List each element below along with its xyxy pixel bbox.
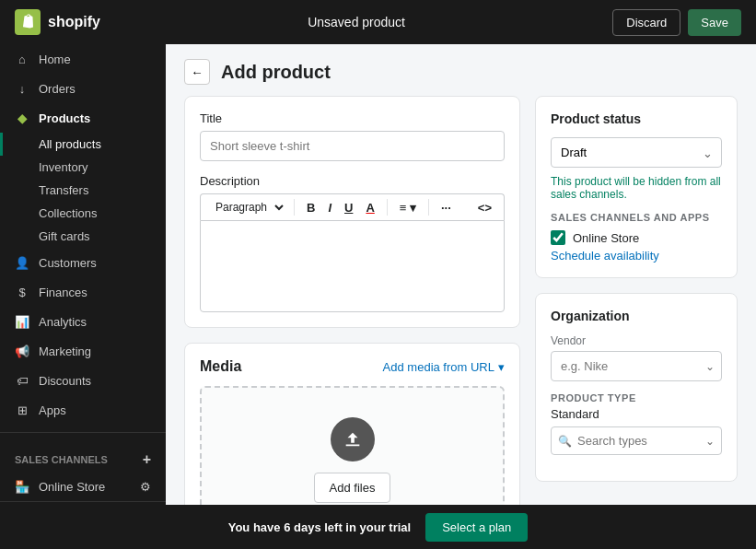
trial-message: You have 6 days left in your trial	[228, 520, 411, 534]
vendor-field: Vendor ⌄	[551, 334, 722, 381]
media-dropzone[interactable]: Add files or drop files to upload	[200, 386, 505, 505]
customers-icon: 👤	[15, 255, 29, 270]
source-code-button[interactable]: <>	[473, 199, 496, 216]
description-label: Description	[200, 174, 505, 188]
topbar-actions: Discard Save	[612, 9, 741, 36]
sidebar-subitem-collections[interactable]: Collections	[0, 202, 166, 225]
rte-toolbar: Paragraph B I U A ≡ ▾ ··· <>	[200, 193, 505, 220]
sales-channels-label: SALES CHANNELS AND APPS	[551, 212, 722, 223]
sidebar-item-analytics[interactable]: 📊 Analytics	[0, 307, 166, 336]
sidebar-label-analytics: Analytics	[39, 315, 87, 329]
italic-button[interactable]: I	[323, 199, 336, 216]
marketing-icon: 📢	[15, 344, 29, 358]
format-select[interactable]: Paragraph	[208, 198, 286, 216]
apps-icon: ⊞	[15, 403, 29, 417]
discounts-icon: 🏷	[15, 373, 29, 388]
sidebar-subitem-inventory[interactable]: Inventory	[0, 156, 166, 179]
toolbar-separator-2	[387, 199, 388, 216]
sidebar-subitem-gift-cards[interactable]: Gift cards	[0, 225, 166, 248]
sidebar-subitem-transfers[interactable]: Transfers	[0, 179, 166, 202]
sidebar-label-finances: Finances	[39, 286, 87, 299]
sidebar-item-discounts[interactable]: 🏷 Discounts	[0, 366, 166, 395]
media-card: Media Add media from URL ▾ Add files	[184, 343, 520, 505]
finances-icon: $	[15, 285, 29, 299]
sales-channels-section-label: SALES CHANNELS +	[0, 440, 166, 472]
title-input[interactable]	[200, 131, 505, 161]
sidebar-item-customers[interactable]: 👤 Customers	[0, 248, 166, 277]
back-arrow-icon: ←	[191, 65, 203, 79]
vendor-input-wrap: ⌄	[551, 351, 722, 381]
more-button[interactable]: ···	[436, 199, 456, 216]
sidebar-item-apps[interactable]: ⊞ Apps	[0, 395, 166, 425]
product-type-section-label: PRODUCT TYPE	[551, 392, 722, 403]
upload-icon	[331, 417, 375, 461]
sidebar-label-apps: Apps	[39, 403, 66, 417]
right-column: Product status Draft Active ⌄ This produ…	[535, 96, 738, 505]
page-header-title: Unsaved product	[308, 15, 405, 29]
product-type-field: PRODUCT TYPE Standard 🔍 ⌄	[551, 392, 722, 455]
add-files-button[interactable]: Add files	[314, 473, 391, 503]
sales-channels-section: SALES CHANNELS AND APPS Online Store Sch…	[551, 212, 722, 263]
home-icon: ⌂	[15, 52, 29, 66]
online-store-icon: 🏪	[15, 479, 29, 494]
sidebar-label-orders: Orders	[39, 82, 76, 96]
online-store-channel-name: Online Store	[573, 231, 639, 245]
sidebar-label-home: Home	[39, 53, 71, 66]
description-editor[interactable]	[200, 220, 505, 312]
shopify-logo-icon	[15, 9, 41, 35]
status-select-wrap: Draft Active ⌄	[551, 137, 722, 168]
underline-button[interactable]: U	[340, 199, 357, 216]
sidebar: ⌂ Home ↓ Orders ◆ Products All products …	[0, 44, 166, 505]
status-select[interactable]: Draft Active	[551, 137, 722, 168]
schedule-availability-link[interactable]: Schedule availability	[551, 249, 722, 263]
sidebar-item-finances[interactable]: $ Finances	[0, 277, 166, 307]
sidebar-item-marketing[interactable]: 📢 Marketing	[0, 336, 166, 366]
products-icon: ◆	[15, 111, 29, 125]
organization-card: Organization Vendor ⌄ PRODUCT TYPE Stand…	[535, 293, 738, 482]
sidebar-label-products: Products	[39, 111, 90, 125]
search-types-wrap: 🔍 ⌄	[551, 426, 722, 455]
sidebar-label-marketing: Marketing	[39, 345, 91, 358]
back-button[interactable]: ←	[184, 59, 210, 85]
select-plan-button[interactable]: Select a plan	[425, 513, 528, 542]
title-label: Title	[200, 111, 505, 125]
online-store-settings-icon[interactable]: ⚙	[140, 480, 151, 494]
orders-icon: ↓	[15, 81, 29, 96]
left-column: Title Description Paragraph B I U A ≡ ▾	[184, 96, 520, 505]
status-hint-text: This product will be hidden from all sal…	[551, 175, 722, 201]
save-button[interactable]: Save	[688, 9, 741, 36]
sidebar-item-online-store[interactable]: 🏪 Online Store ⚙	[0, 472, 166, 501]
chevron-down-icon: ▾	[498, 360, 505, 374]
sidebar-item-orders[interactable]: ↓ Orders	[0, 74, 166, 103]
online-store-checkbox[interactable]	[551, 230, 565, 245]
search-icon: 🔍	[558, 435, 572, 448]
vendor-input[interactable]	[551, 351, 722, 381]
organization-title: Organization	[551, 309, 722, 323]
search-types-input[interactable]	[551, 426, 722, 455]
add-sales-channel-icon[interactable]: +	[143, 451, 151, 468]
logo: shopify	[15, 9, 100, 35]
media-card-header: Media Add media from URL ▾	[200, 358, 505, 375]
analytics-icon: 📊	[15, 314, 29, 329]
page-title: Add product	[221, 62, 331, 83]
align-button[interactable]: ≡ ▾	[395, 199, 421, 216]
sidebar-label-customers: Customers	[39, 256, 97, 270]
text-color-button[interactable]: A	[361, 199, 378, 216]
brand-name: shopify	[48, 14, 100, 30]
sidebar-item-home[interactable]: ⌂ Home	[0, 44, 166, 74]
sidebar-label-online-store: Online Store	[39, 480, 105, 494]
product-status-title: Product status	[551, 111, 722, 126]
sidebar-item-products[interactable]: ◆ Products	[0, 103, 166, 133]
product-type-value: Standard	[551, 407, 722, 421]
vendor-label: Vendor	[551, 334, 722, 347]
bold-button[interactable]: B	[302, 199, 320, 216]
main-header: ← Add product	[166, 44, 756, 96]
add-media-link[interactable]: Add media from URL ▾	[383, 360, 505, 374]
media-title: Media	[200, 358, 241, 375]
discard-button[interactable]: Discard	[612, 9, 680, 36]
layout: ⌂ Home ↓ Orders ◆ Products All products …	[0, 44, 756, 505]
main-content: Title Description Paragraph B I U A ≡ ▾	[166, 96, 756, 505]
sidebar-label-discounts: Discounts	[39, 374, 91, 388]
sidebar-subitem-all-products[interactable]: All products	[0, 133, 166, 156]
main-content-area: ← Add product Title Description Paragrap…	[166, 44, 756, 505]
